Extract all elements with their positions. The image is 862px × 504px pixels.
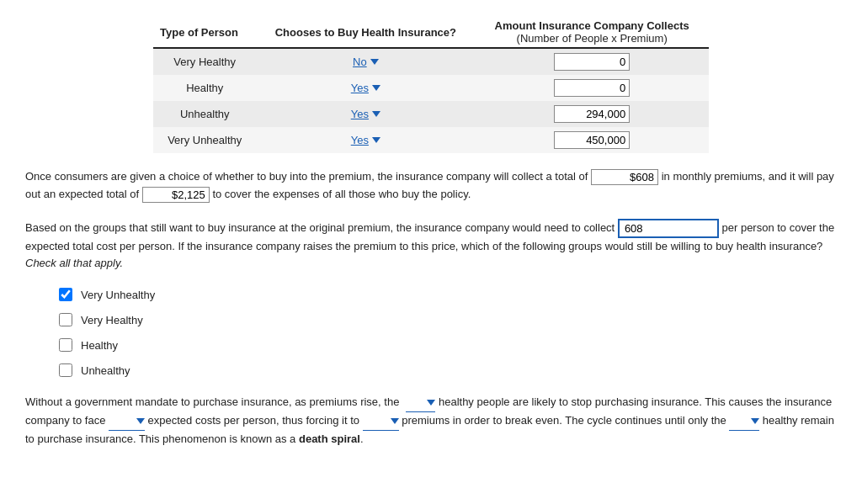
choice-dropdown-text[interactable]: Yes [351,82,369,94]
row-choice[interactable]: Yes [256,75,475,101]
row-choice[interactable]: Yes [256,127,475,153]
paragraph3: Without a government mandate to purchase… [25,394,837,448]
expected-payout-input[interactable] [142,187,210,203]
total-premium-input[interactable] [591,169,658,185]
dropdown3-arrow-icon [391,418,399,424]
per-person-cost-input[interactable] [618,219,719,238]
check-all-label: Check all that apply. [25,257,123,269]
dropdown3[interactable] [363,412,399,431]
dropdown4-text [729,412,748,430]
insurance-table: Type of Person Chooses to Buy Health Ins… [153,17,709,153]
row-type: Unhealthy [153,101,256,127]
checkbox-very-healthy-label: Very Healthy [81,314,143,326]
checkbox-group: Very Unhealthy Very Healthy Healthy Unhe… [59,288,837,377]
para3-text1: Without a government mandate to purchase… [25,396,399,409]
table-row: UnhealthyYes [153,101,709,127]
checkbox-healthy[interactable]: Healthy [59,338,837,352]
row-amount[interactable] [475,127,709,153]
choice-dropdown-text[interactable]: Yes [351,134,369,146]
checkbox-healthy-label: Healthy [81,339,118,352]
para2-text-before: Based on the groups that still want to b… [25,221,615,234]
choice-dropdown-arrow-icon[interactable] [372,137,380,143]
checkbox-very-unhealthy[interactable]: Very Unhealthy [59,288,837,301]
choice-dropdown-arrow-icon[interactable] [372,111,380,117]
checkbox-unhealthy[interactable]: Unhealthy [59,363,837,377]
checkbox-unhealthy-label: Unhealthy [81,364,130,377]
choice-dropdown-text[interactable]: Yes [351,108,369,120]
checkbox-healthy-input[interactable] [59,338,72,352]
checkbox-very-healthy-input[interactable] [59,313,72,326]
para1-text-after: to cover the expenses of all those who b… [212,188,471,200]
checkbox-unhealthy-input[interactable] [59,363,72,377]
amount-input[interactable] [554,105,630,123]
dropdown1[interactable] [406,394,436,412]
dropdown2-text [109,412,133,430]
col2-header: Chooses to Buy Health Insurance? [256,17,475,48]
para3-text4: premiums in order to break even. The cyc… [402,414,729,427]
row-type: Very Healthy [153,48,256,75]
checkbox-very-healthy[interactable]: Very Healthy [59,313,837,326]
checkbox-very-unhealthy-input[interactable] [59,288,72,301]
amount-input[interactable] [554,79,630,97]
row-choice[interactable]: No [256,48,475,75]
amount-input[interactable] [554,53,630,71]
choice-dropdown-arrow-icon[interactable] [372,85,380,91]
dropdown4-arrow-icon [751,418,759,424]
table-main-header: Amount Insurance Company Collects (Numbe… [475,17,709,48]
row-amount[interactable] [475,48,709,75]
row-amount[interactable] [475,75,709,101]
row-amount[interactable] [475,101,709,127]
row-type: Very Unhealthy [153,127,256,153]
para1-text-before: Once consumers are given a choice of whe… [25,170,588,183]
choice-dropdown-arrow-icon[interactable] [370,59,379,65]
dropdown1-text [406,394,424,411]
dropdown2-arrow-icon [136,418,145,424]
dropdown3-text [363,412,387,430]
table-row: Very UnhealthyYes [153,127,709,153]
dropdown4[interactable] [729,412,759,431]
row-choice[interactable]: Yes [256,101,475,127]
dropdown2[interactable] [109,412,145,431]
checkbox-very-unhealthy-label: Very Unhealthy [81,289,155,301]
paragraph2: Based on the groups that still want to b… [25,219,837,273]
table-row: Very HealthyNo [153,48,709,75]
dropdown1-arrow-icon [427,400,435,406]
choice-dropdown-text[interactable]: No [353,56,367,68]
para3-text3: expected costs per person, thus forcing … [148,414,363,427]
row-type: Healthy [153,75,256,101]
death-spiral-term: death spiral [299,432,360,445]
paragraph1: Once consumers are given a choice of whe… [25,168,837,204]
table-row: HealthyYes [153,75,709,101]
amount-input[interactable] [554,131,630,149]
col1-header: Type of Person [153,17,256,48]
